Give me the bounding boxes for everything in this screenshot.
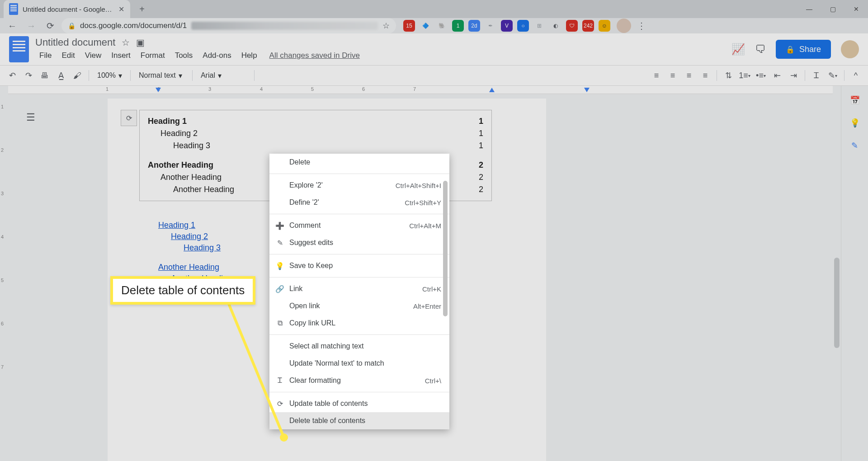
back-button[interactable]: ← — [5, 18, 20, 33]
close-window-button[interactable]: ✕ — [844, 0, 868, 18]
document-canvas[interactable]: ☰ 1234567 ⟳ Heading 11Heading 21Heading … — [8, 86, 841, 461]
bulleted-list-button[interactable]: •≡▾ — [753, 68, 769, 83]
maximize-button[interactable]: ▢ — [821, 0, 844, 18]
undo-button[interactable]: ↶ — [5, 68, 20, 83]
page-scrollbar[interactable] — [833, 86, 841, 461]
indent-marker-icon[interactable] — [156, 88, 161, 92]
menu-tools[interactable]: Tools — [171, 49, 197, 62]
toc-page: 2 — [479, 185, 483, 194]
extension-icon[interactable]: ⊞ — [533, 20, 545, 32]
increase-indent-button[interactable]: ⇥ — [786, 68, 801, 83]
extension-icon[interactable]: ○ — [517, 20, 529, 32]
numbered-list-button[interactable]: 1≡▾ — [737, 68, 752, 83]
align-right-button[interactable]: ≡ — [681, 68, 697, 83]
extension-icon[interactable]: V — [501, 20, 513, 32]
side-panel-icon[interactable]: ✎ — [849, 139, 861, 152]
toc-page: 2 — [479, 173, 483, 182]
browser-tab[interactable]: Untitled document - Google Docs ✕ — [4, 0, 130, 18]
spellcheck-button[interactable]: A̲ — [53, 68, 69, 83]
save-status[interactable]: All changes saved in Drive — [269, 51, 360, 60]
toc-link[interactable]: Another Heading — [158, 263, 219, 272]
separator — [192, 70, 193, 81]
extension-icon[interactable]: ☺ — [599, 20, 610, 32]
ctx-define-2-[interactable]: Define '2'Ctrl+Shift+Y — [269, 194, 449, 211]
extension-icon[interactable]: 15 — [403, 20, 415, 32]
menu-add-ons[interactable]: Add-ons — [198, 49, 235, 62]
align-center-button[interactable]: ≡ — [665, 68, 680, 83]
toc-link[interactable]: Heading 1 — [158, 221, 195, 230]
align-justify-button[interactable]: ≡ — [698, 68, 713, 83]
ctx-update-table-of-contents[interactable]: ⟳Update table of contents — [269, 395, 449, 412]
chrome-menu-button[interactable]: ⋮ — [635, 19, 648, 33]
right-indent-marker-icon[interactable] — [489, 88, 495, 92]
side-panel-icon[interactable]: 💡 — [849, 117, 861, 129]
extension-icon[interactable]: ◐ — [550, 20, 561, 32]
redo-button[interactable]: ↷ — [21, 68, 36, 83]
side-panel-icon[interactable]: 📅 — [849, 94, 861, 107]
separator — [130, 70, 131, 81]
menu-insert[interactable]: Insert — [107, 49, 135, 62]
paint-format-button[interactable]: 🖌 — [70, 68, 85, 83]
print-button[interactable]: 🖶 — [37, 68, 52, 83]
clear-formatting-button[interactable]: Ꮖ — [809, 68, 824, 83]
extensions-row: 15🔷🐘12d✒V○⊞◐🛡242☺ — [403, 20, 610, 32]
ctx-clear-formatting[interactable]: ᏆClear formattingCtrl+\ — [269, 372, 449, 389]
menu-view[interactable]: View — [81, 49, 106, 62]
extension-icon[interactable]: 242 — [582, 20, 594, 32]
chrome-profile-avatar[interactable] — [617, 19, 631, 33]
extension-icon[interactable]: 1 — [452, 20, 464, 32]
collapse-toolbar-button[interactable]: ^ — [848, 68, 863, 83]
toc-entry[interactable]: Heading 31 — [148, 141, 483, 151]
reload-button[interactable]: ⟳ — [42, 18, 58, 33]
ctx-open-link[interactable]: Open linkAlt+Enter — [269, 297, 449, 315]
toc-entry[interactable]: Heading 21 — [148, 129, 483, 138]
ctx-link[interactable]: 🔗LinkCtrl+K — [269, 280, 449, 297]
toc-link[interactable]: Heading 3 — [158, 243, 221, 252]
ctx-delete-table-of-contents[interactable]: Delete table of contents — [269, 412, 449, 429]
bookmark-star-icon[interactable]: ☆ — [382, 21, 390, 31]
menu-format[interactable]: Format — [137, 49, 169, 62]
margin-marker-icon[interactable] — [584, 88, 590, 92]
new-tab-button[interactable]: + — [134, 1, 150, 17]
toc-link[interactable]: Heading 2 — [158, 232, 208, 241]
extension-icon[interactable]: 🛡 — [566, 20, 578, 32]
share-button[interactable]: 🔒 Share — [776, 40, 831, 59]
extension-icon[interactable]: ✒ — [485, 20, 496, 32]
menu-help[interactable]: Help — [237, 49, 261, 62]
menu-edit[interactable]: Edit — [57, 49, 79, 62]
line-spacing-button[interactable]: ⇅ — [721, 68, 736, 83]
ctx-select-all-matching-text[interactable]: Select all matching text — [269, 338, 449, 355]
comments-icon[interactable]: 🗨 — [755, 43, 766, 56]
move-document-icon[interactable]: ▣ — [136, 37, 145, 48]
zoom-select[interactable]: 100%▾ — [93, 69, 127, 82]
toc-refresh-button[interactable]: ⟳ — [121, 110, 137, 126]
ctx-suggest-edits[interactable]: ✎Suggest edits — [269, 234, 449, 251]
ctx-save-to-keep[interactable]: 💡Save to Keep — [269, 257, 449, 274]
scrollbar-thumb[interactable] — [834, 258, 840, 348]
extension-icon[interactable]: 🔷 — [420, 20, 431, 32]
forward-button[interactable]: → — [24, 18, 39, 33]
extension-icon[interactable]: 2d — [468, 20, 480, 32]
toc-entry[interactable]: Heading 11 — [148, 117, 483, 126]
close-tab-icon[interactable]: ✕ — [118, 5, 125, 13]
minimize-button[interactable]: — — [797, 0, 821, 18]
font-select[interactable]: Arial▾ — [196, 69, 250, 82]
star-document-icon[interactable]: ☆ — [122, 37, 130, 48]
menu-file[interactable]: File — [35, 49, 56, 62]
address-bar[interactable]: 🔒 docs.google.com/document/d/1 ☆ — [61, 18, 396, 33]
decrease-indent-button[interactable]: ⇤ — [769, 68, 785, 83]
ctx-delete[interactable]: Delete — [269, 154, 449, 171]
align-left-button[interactable]: ≡ — [649, 68, 664, 83]
user-avatar[interactable] — [841, 40, 859, 58]
ctx-comment[interactable]: ➕CommentCtrl+Alt+M — [269, 217, 449, 234]
ctx-explore-2-[interactable]: Explore '2'Ctrl+Alt+Shift+I — [269, 177, 449, 194]
editing-mode-button[interactable]: ✎▾ — [825, 68, 840, 83]
extension-icon[interactable]: 🐘 — [436, 20, 448, 32]
activity-icon[interactable]: 📈 — [731, 43, 745, 56]
ctx-update-normal-text-to-match[interactable]: Update 'Normal text' to match — [269, 355, 449, 372]
ctx-copy-link-url[interactable]: ⧉Copy link URL — [269, 315, 449, 332]
style-select[interactable]: Normal text▾ — [134, 69, 189, 82]
outline-toggle-icon[interactable]: ☰ — [24, 110, 38, 125]
docs-logo-icon[interactable] — [9, 36, 29, 62]
document-title[interactable]: Untitled document — [35, 37, 115, 48]
